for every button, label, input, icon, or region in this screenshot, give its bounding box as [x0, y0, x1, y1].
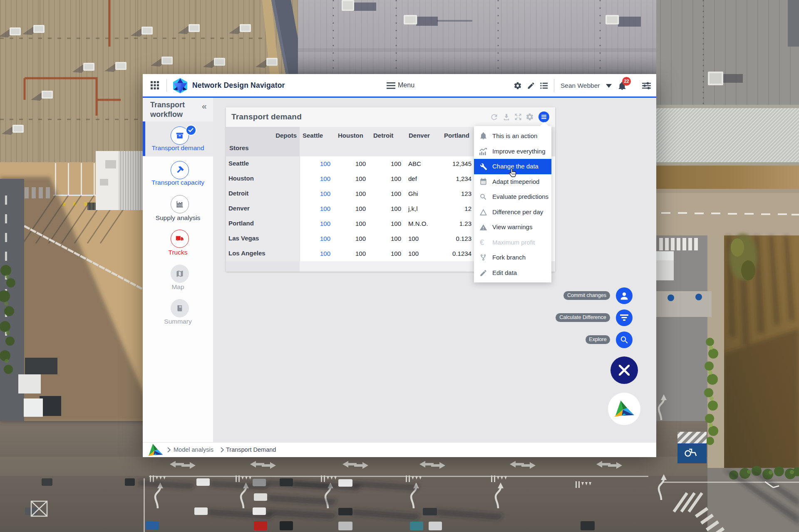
- svg-text:€: €: [480, 239, 484, 247]
